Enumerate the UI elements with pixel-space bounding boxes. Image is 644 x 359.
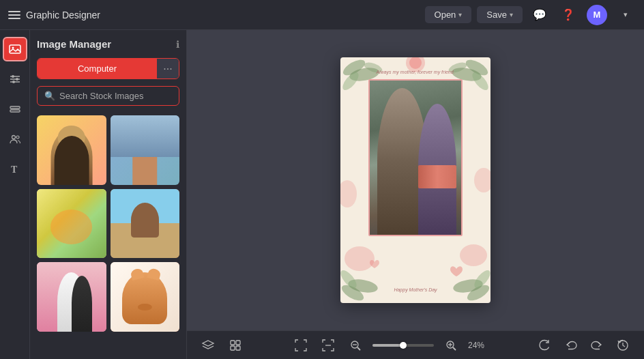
zoom-slider[interactable] xyxy=(372,344,434,347)
card-photo-frame xyxy=(368,79,463,236)
image-manager-panel: Image Manager ℹ Computer ··· 🔍 Search St… xyxy=(30,30,187,359)
svg-rect-8 xyxy=(10,106,20,109)
image-thumb-4[interactable] xyxy=(111,189,180,259)
save-label: Save xyxy=(486,10,507,20)
svg-point-31 xyxy=(340,180,357,207)
bottom-toolbar-left xyxy=(198,335,246,356)
image-thumb-5[interactable] xyxy=(37,262,106,332)
svg-line-44 xyxy=(453,347,456,350)
avatar[interactable]: M xyxy=(587,5,607,25)
bottom-toolbar-center: 24% xyxy=(291,335,490,356)
undo-icon[interactable] xyxy=(561,335,581,356)
save-chevron-icon: ▾ xyxy=(510,11,513,18)
panel-header: Image Manager ℹ xyxy=(37,38,179,50)
svg-point-29 xyxy=(345,246,375,271)
fullscreen-icon[interactable] xyxy=(291,335,311,356)
svg-point-5 xyxy=(12,75,14,78)
app-title: Graphic Designer xyxy=(26,10,100,20)
save-button[interactable]: Save ▾ xyxy=(477,6,523,23)
sidebar-item-adjust[interactable] xyxy=(3,67,27,91)
sidebar-item-people[interactable] xyxy=(3,127,27,152)
svg-rect-9 xyxy=(10,110,20,112)
zoom-label: 24% xyxy=(468,341,490,350)
svg-text:T: T xyxy=(11,164,18,175)
sidebar-item-text[interactable]: T xyxy=(3,157,27,182)
history-icon[interactable] xyxy=(613,335,633,356)
chevron-down-icon[interactable]: ▾ xyxy=(615,5,636,25)
search-stock-images[interactable]: 🔍 Search Stock Images xyxy=(37,86,179,106)
redo-icon[interactable] xyxy=(587,335,607,356)
search-icon: 🔍 xyxy=(44,91,55,101)
topbar-left: Graphic Designer xyxy=(8,10,418,20)
open-button[interactable]: Open ▾ xyxy=(425,6,472,23)
help-icon[interactable]: ❓ xyxy=(558,5,579,25)
tab-computer[interactable]: Computer xyxy=(38,59,157,78)
greeting-card: Always my mother, forever my friend. Hap… xyxy=(340,57,491,303)
svg-point-7 xyxy=(12,81,15,83)
card-photo xyxy=(370,81,461,235)
svg-line-40 xyxy=(357,347,360,350)
svg-rect-0 xyxy=(10,45,20,53)
image-thumb-2[interactable] xyxy=(111,115,180,185)
info-icon[interactable]: ℹ xyxy=(176,39,179,50)
sidebar-item-images[interactable] xyxy=(3,37,27,61)
svg-rect-35 xyxy=(236,341,240,345)
zoom-out-icon[interactable] xyxy=(345,335,366,356)
chat-icon[interactable]: 💬 xyxy=(529,5,550,25)
topbar-right: 💬 ❓ M ▾ xyxy=(529,5,636,25)
bottom-toolbar-right xyxy=(535,335,633,356)
card-text-top: Always my mother, forever my friend. xyxy=(376,70,454,74)
fit-icon[interactable] xyxy=(318,335,338,356)
card-text-bottom: Happy Mother's Day xyxy=(394,287,437,292)
refresh-icon[interactable] xyxy=(535,335,555,356)
canvas-workspace[interactable]: Always my mother, forever my friend. Hap… xyxy=(187,30,644,330)
image-thumb-3[interactable] xyxy=(37,189,106,259)
hamburger-menu[interactable] xyxy=(8,11,20,19)
panel-tabs: Computer ··· xyxy=(37,58,179,79)
search-placeholder: Search Stock Images xyxy=(59,91,144,101)
svg-point-30 xyxy=(460,244,487,266)
layers-icon[interactable] xyxy=(198,335,218,356)
open-label: Open xyxy=(435,10,456,20)
svg-rect-36 xyxy=(231,346,235,350)
svg-point-6 xyxy=(16,78,18,81)
grid-icon[interactable] xyxy=(225,335,246,356)
svg-rect-37 xyxy=(236,346,240,350)
topbar-center: Open ▾ Save ▾ xyxy=(425,6,523,23)
image-thumb-1[interactable] xyxy=(37,115,106,185)
image-thumb-6[interactable] xyxy=(111,262,180,332)
sidebar-item-layers[interactable] xyxy=(3,97,27,121)
icon-sidebar: T xyxy=(0,30,30,359)
tab-more-button[interactable]: ··· xyxy=(157,59,179,78)
topbar: Graphic Designer Open ▾ Save ▾ 💬 ❓ M ▾ xyxy=(0,0,644,30)
svg-point-1 xyxy=(12,47,14,49)
image-grid xyxy=(37,115,179,332)
canvas-area: Always my mother, forever my friend. Hap… xyxy=(187,30,644,359)
main-content: T Image Manager ℹ Computer ··· 🔍 Search … xyxy=(0,30,644,359)
svg-point-10 xyxy=(12,136,15,139)
svg-point-32 xyxy=(474,168,491,192)
open-chevron-icon: ▾ xyxy=(458,11,462,18)
svg-point-11 xyxy=(16,136,19,139)
svg-rect-34 xyxy=(231,341,235,345)
svg-marker-33 xyxy=(203,341,214,346)
zoom-in-icon[interactable] xyxy=(441,335,461,356)
panel-title: Image Manager xyxy=(37,38,111,50)
bottom-toolbar: 24% xyxy=(187,330,644,359)
